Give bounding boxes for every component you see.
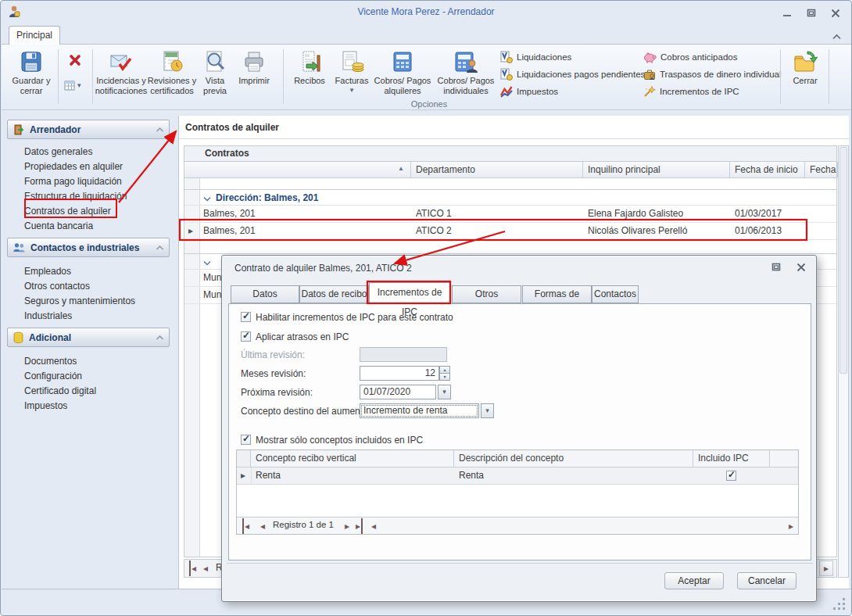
save-and-close-button[interactable]: Guardar y cerrar bbox=[8, 48, 55, 96]
sidebar-item-estructura[interactable]: Estructura de liquidación bbox=[24, 189, 127, 204]
facturas-button[interactable]: Facturas ▾ bbox=[331, 48, 372, 95]
liquidaciones-pendientes-link[interactable]: Liquidaciones pagos pendientes bbox=[500, 68, 645, 81]
tab-datos-generales[interactable]: Datos generales bbox=[231, 285, 299, 303]
database-icon bbox=[13, 331, 24, 344]
proxima-revision-field[interactable]: 01/07/2020 bbox=[360, 385, 436, 399]
tab-formas-cobro[interactable]: Formas de cobro bbox=[522, 285, 592, 303]
column-header-fecha-inicio[interactable]: Fecha de inicio bbox=[730, 162, 805, 177]
column-header-fecha[interactable]: Fecha bbox=[805, 162, 838, 177]
incidents-icon bbox=[109, 48, 134, 76]
column-header-concepto[interactable]: Concepto recibo vertical bbox=[251, 450, 454, 467]
nav-next-icon[interactable]: ▸ bbox=[345, 518, 349, 534]
atrasos-label: Aplicar atrasos en IPC bbox=[256, 331, 349, 342]
incidencias-button[interactable]: Incidencias y notificaciones bbox=[96, 48, 146, 96]
revisiones-button[interactable]: Revisiones y certificados bbox=[147, 48, 197, 96]
ribbon-collapse-icon[interactable] bbox=[828, 30, 845, 43]
sidebar-group-adicional[interactable]: Adicional bbox=[7, 328, 170, 347]
sidebar-item-seguros[interactable]: Seguros y mantenimientos bbox=[24, 294, 135, 309]
recibos-button[interactable]: Recibos bbox=[289, 48, 330, 86]
people-icon bbox=[13, 242, 26, 254]
atrasos-checkbox[interactable]: ✓ bbox=[241, 331, 251, 342]
group-row-balmes[interactable]: Dirección: Balmes, 201 bbox=[184, 189, 836, 206]
cobros-pagos-alquileres-button[interactable]: Cobros/ Pagos alquileres bbox=[374, 48, 431, 96]
column-header-departamento[interactable]: Departamento bbox=[411, 162, 583, 177]
resize-grip-icon[interactable] bbox=[832, 597, 847, 611]
dialog-close-button[interactable] bbox=[793, 261, 810, 274]
sidebar-item-configuracion[interactable]: Configuración bbox=[24, 369, 82, 384]
incrementos-ipc-link[interactable]: Incrementos de IPC bbox=[643, 85, 739, 98]
liquidaciones-link[interactable]: Liquidaciones bbox=[500, 51, 571, 63]
nav-prev-icon[interactable]: ◂ bbox=[260, 518, 265, 534]
ribbon: Guardar y cerrar ▾ Incidencias y notific… bbox=[2, 44, 851, 110]
concepto-destino-combo[interactable]: Incremento de renta bbox=[360, 403, 479, 418]
tab-otros-incrementos[interactable]: Otros incrementos bbox=[452, 285, 521, 303]
cobros-anticipados-link[interactable]: Cobros anticipados bbox=[643, 51, 737, 63]
column-header-descripcion[interactable]: Descripción del concepto bbox=[454, 450, 693, 467]
sidebar-item-certificado[interactable]: Certificado digital bbox=[24, 384, 96, 399]
sidebar-item-otros-contactos[interactable]: Otros contactos bbox=[24, 279, 90, 294]
tab-principal[interactable]: Principal bbox=[9, 26, 60, 45]
maximize-button[interactable] bbox=[803, 7, 820, 20]
ribbon-group-label: Opciones bbox=[285, 99, 574, 109]
grid-band-header[interactable]: Contratos bbox=[184, 146, 836, 162]
meses-revision-field[interactable]: 12 bbox=[360, 366, 439, 381]
table-row[interactable]: Balmes, 201 ATICO 1 Elena Fajardo Galist… bbox=[184, 206, 836, 223]
spin-down-button[interactable]: ▾ bbox=[439, 373, 450, 381]
sidebar-item-forma-pago[interactable]: Forma pago liquidación bbox=[24, 174, 122, 189]
nav-first-icon[interactable]: ◂ bbox=[189, 560, 196, 576]
dialog-maximize-button[interactable] bbox=[768, 261, 785, 274]
nav-prev-icon[interactable]: ◂ bbox=[203, 560, 208, 576]
tab-contactos[interactable]: Contactos bbox=[592, 285, 639, 303]
impuestos-link[interactable]: Impuestos bbox=[500, 85, 558, 98]
scroll-left-icon[interactable]: ◂ bbox=[371, 518, 376, 534]
nav-last-icon[interactable]: ▸ bbox=[356, 518, 363, 534]
sidebar-group-arrendador[interactable]: Arrendador bbox=[7, 120, 170, 139]
grid-column-headers: ▲ Departamento Inquilino principal Fecha… bbox=[184, 162, 836, 178]
column-header-inquilino[interactable]: Inquilino principal bbox=[583, 162, 730, 177]
nav-first-icon[interactable]: ◂ bbox=[242, 518, 249, 534]
vertical-scrollbar[interactable] bbox=[838, 145, 849, 578]
aceptar-button[interactable]: Aceptar bbox=[664, 572, 724, 589]
minimize-button[interactable] bbox=[779, 7, 796, 20]
tab-datos-recibo[interactable]: Datos de recibo bbox=[299, 285, 369, 303]
sidebar-item-impuestos[interactable]: Impuestos bbox=[24, 399, 67, 414]
impuestos-icon bbox=[500, 85, 513, 98]
certificates-icon bbox=[159, 48, 184, 76]
layout-dropdown-button[interactable]: ▾ bbox=[63, 77, 89, 93]
traspasos-link[interactable]: Traspasos de dinero individual bbox=[643, 68, 782, 81]
date-dropdown-button[interactable]: ▾ bbox=[438, 385, 451, 399]
concepto-dropdown-button[interactable]: ▾ bbox=[481, 403, 494, 418]
sidebar-item-propiedades[interactable]: Propiedades en alquiler bbox=[24, 159, 123, 174]
table-row-selected[interactable]: ▸ Renta Renta ✓ bbox=[237, 467, 798, 485]
scrollbar-thumb[interactable] bbox=[839, 147, 847, 374]
vista-previa-button[interactable]: Vista previa bbox=[199, 48, 231, 96]
cancelar-button[interactable]: Cancelar bbox=[737, 572, 797, 589]
column-header-incluido[interactable]: Incluido IPC bbox=[693, 450, 770, 467]
check-icon: ✓ bbox=[242, 330, 250, 341]
incluido-ipc-checkbox[interactable]: ✓ bbox=[726, 471, 736, 481]
column-header-direccion[interactable]: ▲ bbox=[200, 162, 411, 177]
sidebar-item-contratos-alquiler[interactable]: Contratos de alquiler bbox=[24, 204, 111, 219]
concepto-destino-label: Concepto destino del aumento: bbox=[241, 406, 371, 417]
sidebar-item-documentos[interactable]: Documentos bbox=[24, 354, 77, 369]
imprimir-button[interactable]: Imprimir bbox=[233, 48, 275, 86]
titlebar: Vicente Mora Perez - Arrendador bbox=[1, 1, 851, 23]
sidebar-item-industriales[interactable]: Industriales bbox=[24, 309, 72, 324]
dropdown-icon: ▾ bbox=[77, 81, 81, 89]
sidebar-item-cuenta-bancaria[interactable]: Cuenta bancaria bbox=[24, 219, 93, 234]
cerrar-button[interactable]: Cerrar bbox=[785, 48, 825, 86]
delete-button[interactable] bbox=[63, 52, 88, 73]
sidebar: Arrendador Datos generales Propiedades e… bbox=[1, 116, 178, 589]
cobros-pagos-individuales-button[interactable]: Cobros/ Pagos individuales bbox=[435, 48, 497, 96]
close-button[interactable] bbox=[827, 7, 844, 20]
table-row-selected[interactable]: ▸ Balmes, 201 ATICO 2 Nicolás Olivares P… bbox=[184, 223, 836, 240]
scroll-right-button[interactable]: ▸ bbox=[819, 560, 833, 576]
mostrar-checkbox[interactable]: ✓ bbox=[241, 435, 251, 445]
habilitar-checkbox[interactable]: ✓ bbox=[241, 312, 251, 322]
chevron-up-icon bbox=[156, 335, 164, 341]
scroll-right-icon[interactable]: ▸ bbox=[789, 518, 793, 534]
sidebar-group-contactos[interactable]: Contactos e industriales bbox=[7, 238, 170, 257]
sidebar-item-datos-generales[interactable]: Datos generales bbox=[24, 145, 92, 159]
tab-incrementos-ipc[interactable]: Incrementos de IPC bbox=[369, 282, 450, 304]
sidebar-item-empleados[interactable]: Empleados bbox=[24, 264, 71, 279]
